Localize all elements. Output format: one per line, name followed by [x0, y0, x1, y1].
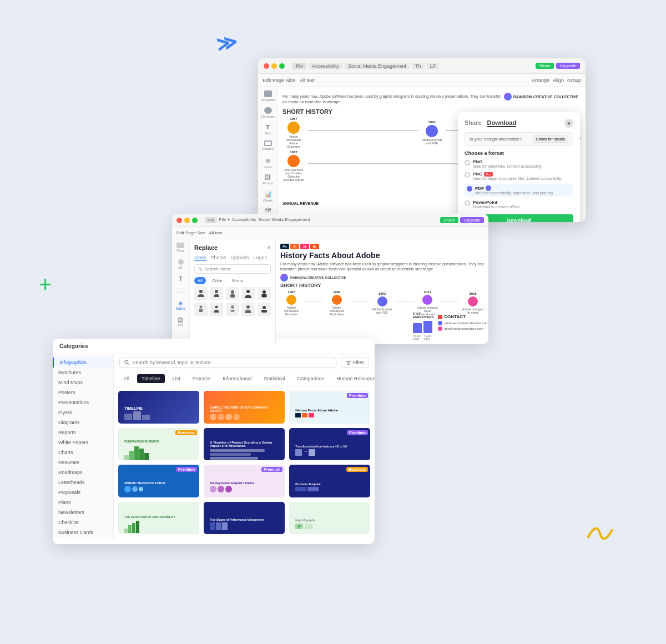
- cat-business-cards[interactable]: Business Cards: [53, 527, 113, 537]
- sidebar-elements-2[interactable]: El.: [177, 258, 185, 270]
- cat-posters[interactable]: Posters: [53, 388, 113, 398]
- tab-pin[interactable]: Pin: [292, 63, 306, 69]
- cat-plans[interactable]: Plans: [53, 497, 113, 507]
- tab-social-2[interactable]: Social Media Engagement: [258, 217, 310, 223]
- tab-hr[interactable]: Human Resources: [332, 374, 375, 383]
- filter-mono[interactable]: Mono: [229, 277, 246, 284]
- cat-checklist[interactable]: Checklist: [53, 517, 113, 527]
- icon-person-7[interactable]: [210, 303, 223, 316]
- all-text-btn-2[interactable]: All text: [209, 230, 222, 235]
- cat-mind-maps[interactable]: Mind Maps: [53, 378, 113, 388]
- share-tab[interactable]: Share: [465, 119, 482, 127]
- sidebar-elements[interactable]: Elements: [263, 107, 274, 118]
- arrange-btn[interactable]: Arrange: [532, 78, 549, 83]
- replace-close-btn[interactable]: ×: [267, 244, 271, 251]
- sidebar-shapes[interactable]: Shapes: [263, 140, 274, 152]
- cat-charts[interactable]: Charts: [53, 447, 113, 457]
- search-icons-input[interactable]: [204, 266, 267, 271]
- close-dot-2[interactable]: [176, 218, 182, 223]
- template-card-12[interactable]: Map Infographic Map Infographic: [289, 502, 370, 535]
- template-card-6[interactable]: Transformation from Industry 4.0 to 5.0 …: [289, 428, 370, 461]
- cat-reports[interactable]: Reports: [53, 427, 113, 437]
- cat-letterheads[interactable]: Letterheads: [53, 477, 113, 487]
- cat-white-papers[interactable]: White Papers: [53, 437, 113, 447]
- format-pdf[interactable]: PDF i Ideal for accessibility, hyperlink…: [465, 184, 573, 197]
- tab-social[interactable]: Social Media Engagement: [345, 63, 410, 69]
- cat-brochures[interactable]: Brochures: [53, 368, 113, 378]
- format-png-2[interactable]: PNG Pro Ideal for large or complex files…: [465, 172, 573, 180]
- template-search-input[interactable]: [133, 360, 331, 365]
- tab-list[interactable]: List: [168, 374, 185, 383]
- icon-person-3[interactable]: [226, 287, 239, 300]
- sidebar-photos-2[interactable]: 🖼 Ph.: [176, 316, 185, 328]
- icon-person-2[interactable]: [210, 287, 223, 300]
- sidebar-text-2[interactable]: T: [178, 275, 183, 283]
- tab-comparison[interactable]: Comparison: [293, 374, 329, 383]
- filter-all[interactable]: All: [194, 277, 206, 284]
- icon-person-10[interactable]: [258, 303, 271, 316]
- share-button-2[interactable]: Share: [440, 217, 458, 223]
- align-btn[interactable]: Align: [553, 78, 564, 83]
- cat-infographics[interactable]: Infographics: [53, 358, 113, 368]
- upgrade-button-1[interactable]: Upgrade: [556, 63, 580, 69]
- icon-person-6[interactable]: [194, 303, 208, 316]
- icon-person-9[interactable]: [241, 303, 255, 316]
- filter-button[interactable]: Filter: [341, 358, 369, 368]
- cat-newsletters[interactable]: Newsletters: [53, 507, 113, 517]
- modal-close-btn[interactable]: ×: [564, 119, 573, 128]
- format-ppt[interactable]: PowerPoint Download to present offline: [465, 200, 573, 209]
- maximize-dot[interactable]: [279, 63, 285, 69]
- sidebar-photos[interactable]: 🖼 Photos: [263, 174, 274, 185]
- tab-accessibility[interactable]: Accessibility: [309, 63, 342, 69]
- cat-presentations[interactable]: Presentations: [53, 398, 113, 407]
- sidebar-text[interactable]: T Text: [263, 124, 274, 135]
- template-card-5[interactable]: A Timeline of Project Grandma's Senior I…: [204, 428, 285, 461]
- cat-schedules[interactable]: Schedules: [53, 537, 113, 539]
- replace-tab-uploads[interactable]: Uploads: [231, 255, 249, 261]
- tab-accessibility-2[interactable]: Accessibility: [232, 217, 256, 223]
- upgrade-button-2[interactable]: Upgrade: [460, 217, 484, 223]
- edit-page-size[interactable]: Edit Page Size: [263, 78, 295, 83]
- template-card-3[interactable]: History Facts About Adobe Premium Histor…: [289, 391, 370, 424]
- sidebar-templates[interactable]: Templates: [263, 90, 274, 102]
- replace-tab-photos[interactable]: Photos: [211, 255, 226, 261]
- sidebar-charts[interactable]: 📊 Charts: [263, 190, 274, 202]
- tab-pin-2[interactable]: Pin: [205, 217, 217, 223]
- replace-tab-icons[interactable]: Icons: [194, 255, 206, 261]
- icon-search-box[interactable]: [194, 264, 271, 274]
- sidebar-icons[interactable]: ⊕ Icons: [263, 157, 274, 168]
- replace-tab-logos[interactable]: Logos: [254, 255, 268, 261]
- tab-process[interactable]: Process: [188, 374, 215, 383]
- template-card-10[interactable]: THE EVOLUTION OF SUSTAINABILITY The Evol…: [118, 502, 199, 535]
- template-card-11[interactable]: Five Stages of Performance Management Fi…: [204, 502, 285, 535]
- cat-flyers[interactable]: Flyers: [53, 407, 113, 417]
- template-card-1[interactable]: TIMELINE Timeline: [118, 391, 199, 424]
- tab-informational[interactable]: Informational: [218, 374, 256, 383]
- search-wrap[interactable]: [119, 358, 336, 368]
- icon-person-8[interactable]: [226, 303, 239, 316]
- share-button-1[interactable]: Share: [536, 63, 554, 69]
- minimize-dot-2[interactable]: [184, 218, 190, 223]
- cat-resumes[interactable]: Resumes: [53, 457, 113, 467]
- format-png-1[interactable]: PNG Ideal for small files. Limited acces…: [465, 159, 573, 168]
- template-card-8[interactable]: Nursing Patient Hospital Timeline Premiu…: [204, 465, 285, 497]
- sidebar-templates-2[interactable]: Tem.: [175, 242, 186, 254]
- cat-roadmaps[interactable]: Roadmaps: [53, 467, 113, 477]
- maximize-dot-2[interactable]: [192, 218, 198, 223]
- group-btn[interactable]: Group: [567, 78, 581, 83]
- sidebar-icons-2[interactable]: ⊕ Icons: [175, 299, 186, 311]
- template-card-9[interactable]: Business Template Business Business Temp…: [289, 465, 370, 497]
- check-issues-button[interactable]: Check for Issues: [533, 135, 568, 143]
- edit-page-size-2[interactable]: Edit Page Size: [176, 230, 205, 235]
- cat-proposals[interactable]: Proposals: [53, 487, 113, 497]
- tab-timeline[interactable]: Timeline: [137, 374, 165, 383]
- cat-diagrams[interactable]: Diagrams: [53, 417, 113, 427]
- filter-color[interactable]: Color: [209, 277, 226, 284]
- all-text-btn[interactable]: All text: [300, 78, 315, 83]
- template-card-4[interactable]: FUNDRAISING BUSINESS Business Fundraisi: [118, 428, 199, 461]
- icon-person-4[interactable]: [241, 287, 255, 300]
- template-card-7[interactable]: MOMENT TRANSITION FORUM Premium Marketin…: [118, 465, 199, 497]
- close-dot[interactable]: [264, 63, 269, 69]
- tab-th[interactable]: Th: [412, 63, 425, 69]
- download-tab[interactable]: Download: [487, 119, 517, 127]
